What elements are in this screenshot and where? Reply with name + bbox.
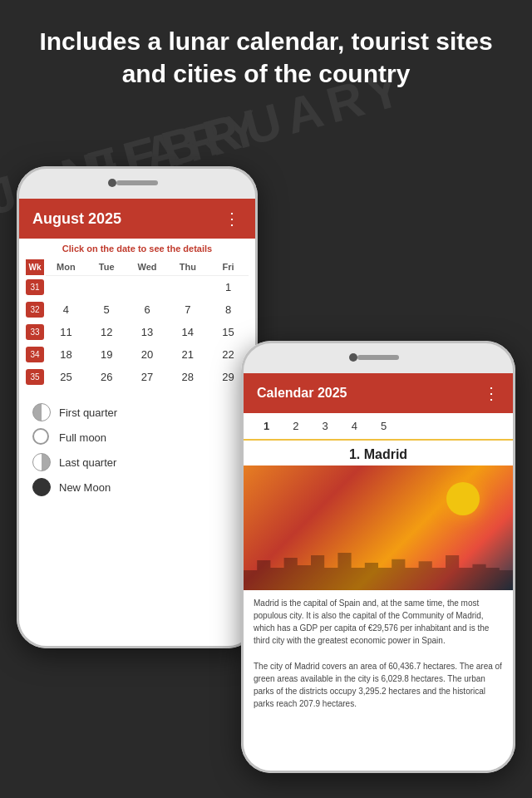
first-quarter-moon-icon xyxy=(32,403,51,421)
tue-header: Tue xyxy=(86,259,127,276)
day-cell[interactable]: 4 xyxy=(46,298,86,321)
city-title: 1. Madrid xyxy=(244,441,513,466)
day-cell[interactable]: 27 xyxy=(127,366,168,388)
full-moon-icon xyxy=(32,428,51,446)
day-cell[interactable]: 26 xyxy=(86,366,127,388)
first-quarter-label: First quarter xyxy=(59,406,117,419)
mon-header: Mon xyxy=(46,259,86,276)
calendar2-header: Calendar 2025 ⋮ xyxy=(244,373,513,413)
day-cell[interactable]: 28 xyxy=(167,366,208,388)
calendar-month-title: August 2025 xyxy=(32,210,121,228)
last-quarter-label: Last quarter xyxy=(59,456,116,469)
phone-camera-2 xyxy=(349,353,357,362)
day-cell[interactable]: 21 xyxy=(167,343,208,366)
city-image xyxy=(244,466,513,590)
day-cell[interactable]: 18 xyxy=(46,343,86,366)
legend-full-moon: Full moon xyxy=(32,428,242,446)
day-cell[interactable]: 11 xyxy=(46,321,86,343)
more-options-icon[interactable]: ⋮ xyxy=(224,209,242,229)
tab-1[interactable]: 1 xyxy=(252,413,281,441)
day-cell[interactable]: 13 xyxy=(127,321,168,343)
day-cell[interactable]: 14 xyxy=(167,321,208,343)
tab-5[interactable]: 5 xyxy=(369,413,398,439)
moon-legend: First quarter Full moon Last quarter xyxy=(19,395,255,511)
calendar-subtitle: Click on the date to see the details xyxy=(19,239,255,259)
last-quarter-moon-icon xyxy=(32,453,51,471)
calendar-header-row: Wk Mon Tue Wed Thu Fri xyxy=(26,259,249,276)
week-num-31: 31 xyxy=(26,279,44,295)
calendar2-title: Calendar 2025 xyxy=(257,386,347,401)
phone-mockup-2: Calendar 2025 ⋮ 1 2 3 4 5 1. Madrid xyxy=(241,341,515,773)
day-cell[interactable]: 5 xyxy=(86,298,127,321)
week-num-32: 32 xyxy=(26,302,44,318)
day-cell[interactable]: 1 xyxy=(208,276,249,298)
calendar-row-34: 34 18 19 20 21 22 xyxy=(26,343,249,366)
fri-header: Fri xyxy=(208,259,249,276)
full-moon-label: Full moon xyxy=(59,431,106,444)
city-tabs: 1 2 3 4 5 xyxy=(244,413,513,441)
day-cell[interactable] xyxy=(127,283,168,293)
legend-first-quarter: First quarter xyxy=(32,403,242,421)
phone-speaker-1 xyxy=(116,180,158,185)
header-tagline: Includes a lunar calendar, tourist sites… xyxy=(0,17,532,98)
phone-speaker-2 xyxy=(357,355,399,360)
header-line2: and cities of the country xyxy=(122,60,411,87)
phone-screen-1: August 2025 ⋮ Click on the date to see t… xyxy=(19,199,255,646)
new-moon-label: New Moon xyxy=(59,481,111,494)
calendar-row-33: 33 11 12 13 14 15 xyxy=(26,321,249,343)
legend-new-moon: New Moon xyxy=(32,478,242,496)
week-num-33: 33 xyxy=(26,324,44,340)
new-moon-icon xyxy=(32,478,51,496)
day-cell[interactable]: 15 xyxy=(208,321,249,343)
day-cell[interactable]: 19 xyxy=(86,343,127,366)
tab-4[interactable]: 4 xyxy=(340,413,369,439)
thu-header: Thu xyxy=(167,259,208,276)
sun-decoration xyxy=(446,482,480,515)
more-options-icon-2[interactable]: ⋮ xyxy=(483,383,500,403)
day-cell[interactable] xyxy=(46,283,86,293)
week-header: Wk xyxy=(26,259,44,275)
city-content: 1. Madrid Madrid is the capital of Spain… xyxy=(244,441,513,717)
phone-camera-1 xyxy=(108,179,116,187)
header-line1: Includes a lunar calendar, tourist sites xyxy=(39,27,492,55)
phone-screen-2: Calendar 2025 ⋮ 1 2 3 4 5 1. Madrid xyxy=(244,373,513,771)
day-cell[interactable]: 20 xyxy=(127,343,168,366)
day-cell[interactable] xyxy=(86,283,127,293)
legend-last-quarter: Last quarter xyxy=(32,453,242,471)
day-cell[interactable] xyxy=(167,283,208,293)
calendar-row-35: 35 25 26 27 28 29 xyxy=(26,366,249,388)
calendar-grid: Wk Mon Tue Wed Thu Fri 31 1 xyxy=(19,259,255,388)
phone-mockup-1: August 2025 ⋮ Click on the date to see t… xyxy=(17,166,258,648)
calendar-row-31: 31 1 xyxy=(26,276,249,298)
day-cell[interactable]: 6 xyxy=(127,298,168,321)
day-cell[interactable]: 12 xyxy=(86,321,127,343)
day-cell[interactable]: 7 xyxy=(167,298,208,321)
day-cell[interactable]: 8 xyxy=(208,298,249,321)
calendar-header-1: August 2025 ⋮ xyxy=(19,199,255,239)
city-description-1: Madrid is the capital of Spain and, at t… xyxy=(244,590,513,653)
calendar-row-32: 32 4 5 6 7 8 xyxy=(26,298,249,321)
wed-header: Wed xyxy=(127,259,168,276)
city-description-2: The city of Madrid covers an area of 60,… xyxy=(244,653,513,717)
day-cell[interactable]: 25 xyxy=(46,366,86,388)
week-num-35: 35 xyxy=(26,369,44,385)
tab-3[interactable]: 3 xyxy=(310,413,339,439)
week-num-34: 34 xyxy=(26,347,44,362)
tab-2[interactable]: 2 xyxy=(281,413,310,439)
